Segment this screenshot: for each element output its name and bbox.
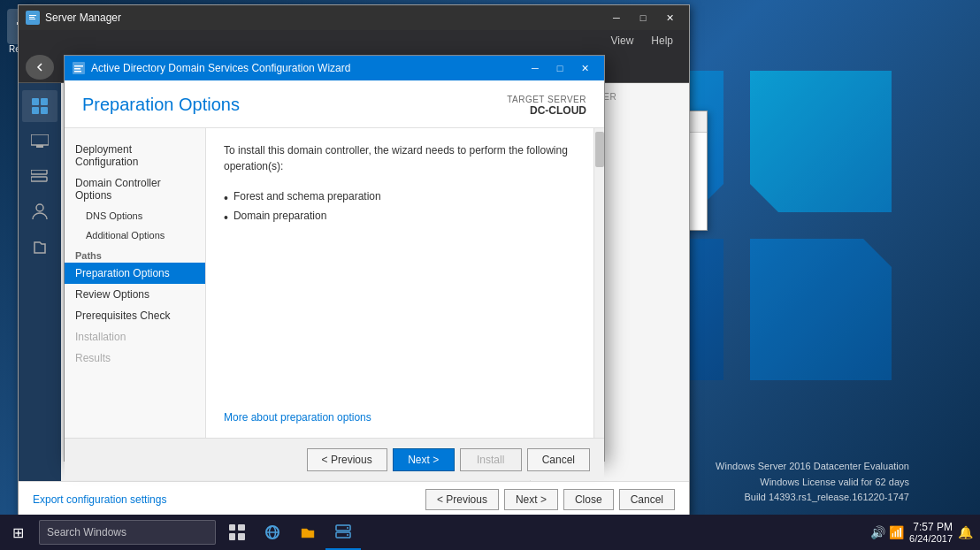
svg-point-26 <box>347 527 348 529</box>
sm-cancel-btn-bottom[interactable]: Cancel <box>619 489 675 510</box>
wizard-titlebar: Active Directory Domain Services Configu… <box>65 56 604 80</box>
taskbar-notification-btn[interactable]: 🔔 <box>958 525 973 539</box>
wizard-nav-preparation[interactable]: Preparation Options <box>65 263 205 284</box>
svg-rect-17 <box>229 524 235 531</box>
taskbar-sys-icons: 🔊 📶 <box>870 525 904 539</box>
wizard-nav: Deployment Configuration Domain Controll… <box>65 128 206 438</box>
sm-sidebar-local[interactable] <box>22 126 57 157</box>
wizard-install-btn[interactable]: Install <box>460 448 522 471</box>
taskbar-network-icon: 🔊 <box>870 525 885 539</box>
wizard-title-icon <box>72 61 86 75</box>
wizard-body: Deployment Configuration Domain Controll… <box>65 128 604 438</box>
wizard-scrollbar-thumb <box>595 132 604 167</box>
sm-back-btn[interactable] <box>26 55 54 80</box>
sm-sidebar-all-servers[interactable] <box>22 161 57 193</box>
wizard-nav-dns[interactable]: DNS Options <box>65 206 205 225</box>
wizard-target-info: TARGET SERVER DC-CLOUD <box>507 95 586 117</box>
svg-rect-11 <box>31 177 47 181</box>
win-info-line3: Build 14393.rs1_release.161220-1747 <box>744 492 909 502</box>
sm-sidebar-dashboard[interactable] <box>22 90 57 122</box>
wizard-maximize-btn[interactable]: □ <box>547 59 572 77</box>
taskbar-search[interactable]: Search Windows <box>39 520 216 545</box>
wizard-nav-dc-options[interactable]: Domain Controller Options <box>65 172 205 206</box>
sm-menu-view[interactable]: View <box>602 30 643 51</box>
sm-menu-help[interactable]: Help <box>642 30 682 51</box>
svg-rect-8 <box>31 134 49 145</box>
wizard-title-text: Active Directory Domain Services Configu… <box>91 62 523 74</box>
taskbar-app-server[interactable] <box>325 515 361 550</box>
wizard-next-btn[interactable]: Next > <box>393 448 455 471</box>
wizard-close-btn[interactable]: ✕ <box>572 59 597 77</box>
taskbar-date: 6/24/2017 <box>909 533 953 544</box>
wizard-nav-results: Results <box>65 348 205 369</box>
taskbar: ⊞ Search Windows 🔊 📶 7:57 PM <box>0 515 980 550</box>
wizard-header: Preparation Options TARGET SERVER DC-CLO… <box>65 80 604 128</box>
svg-rect-4 <box>32 98 39 105</box>
wizard-dialog: Active Directory Domain Services Configu… <box>64 55 605 462</box>
taskbar-apps <box>219 515 361 550</box>
wizard-cancel-btn[interactable]: Cancel <box>527 448 590 471</box>
sm-sidebar <box>19 83 61 516</box>
taskbar-search-text: Search Windows <box>47 526 126 539</box>
wizard-window-controls: ─ □ ✕ <box>523 59 597 77</box>
wizard-minimize-btn[interactable]: ─ <box>523 59 547 77</box>
sm-minimize-btn[interactable]: ─ <box>604 9 629 27</box>
win-info-line1: Windows Server 2016 Datacenter Evaluatio… <box>716 461 909 471</box>
sm-next-btn[interactable]: Next > <box>504 489 558 510</box>
svg-rect-16 <box>74 71 81 73</box>
svg-rect-2 <box>29 17 34 18</box>
wizard-more-link[interactable]: More about preparation options <box>224 411 371 424</box>
server-manager-title: Server Manager <box>45 11 604 24</box>
desktop: 🗑 Recyc... □ ✕ NATION SERVER DC-CLOUD gr… <box>0 0 980 550</box>
wizard-nav-prereq[interactable]: Prerequisites Check <box>65 305 205 326</box>
taskbar-time: 7:57 PM <box>909 521 953 533</box>
wizard-scrollbar[interactable] <box>593 128 604 438</box>
svg-rect-6 <box>32 107 39 114</box>
wizard-bullet-1: Forest and schema preparation <box>224 188 576 208</box>
wizard-footer: < Previous Next > Install Cancel <box>65 438 604 480</box>
taskbar-system-tray: 🔊 📶 7:57 PM 6/24/2017 🔔 <box>863 521 980 544</box>
svg-rect-20 <box>238 533 245 540</box>
win-info-line2: Windows License valid for 62 days <box>760 477 909 487</box>
sm-maximize-btn[interactable]: □ <box>631 9 655 27</box>
windows-info: Windows Server 2016 Datacenter Evaluatio… <box>716 459 909 506</box>
sm-sidebar-files[interactable] <box>22 232 57 264</box>
wizard-target-server: DC-CLOUD <box>507 104 586 117</box>
sm-close-btn-bottom[interactable]: Close <box>563 489 614 510</box>
wizard-nav-additional[interactable]: Additional Options <box>65 225 205 245</box>
wizard-nav-review[interactable]: Review Options <box>65 284 205 305</box>
taskbar-app-explorer[interactable] <box>290 515 325 550</box>
wizard-previous-btn[interactable]: < Previous <box>307 448 387 471</box>
sm-previous-btn[interactable]: < Previous <box>425 489 499 510</box>
wizard-bullet-list: Forest and schema preparation Domain pre… <box>224 188 576 227</box>
svg-point-27 <box>347 534 348 536</box>
taskbar-clock[interactable]: 7:57 PM 6/24/2017 <box>909 521 953 544</box>
wizard-nav-paths-section: Paths <box>65 245 205 263</box>
server-manager-titlebar: Server Manager ─ □ ✕ <box>19 5 689 30</box>
sm-close-btn[interactable]: ✕ <box>657 9 682 27</box>
wizard-content: To install this domain controller, the w… <box>206 128 593 438</box>
wizard-description: To install this domain controller, the w… <box>224 142 576 174</box>
taskbar-volume-icon: 📶 <box>889 525 904 539</box>
svg-rect-14 <box>74 65 83 67</box>
sm-bottom-bar: Export configuration settings < Previous… <box>19 481 689 516</box>
sm-sidebar-adds[interactable] <box>22 196 57 228</box>
sm-export-link[interactable]: Export configuration settings <box>33 493 166 506</box>
win-logo-bottom-right <box>750 239 892 380</box>
svg-rect-7 <box>41 107 48 114</box>
server-manager-icon <box>26 11 40 25</box>
wizard-nav-installation: Installation <box>65 326 205 348</box>
server-manager-window-controls: ─ □ ✕ <box>604 9 682 27</box>
server-manager-menubar: View Help <box>19 30 689 51</box>
taskbar-app-task-view[interactable] <box>219 515 255 550</box>
svg-rect-10 <box>31 170 47 174</box>
svg-rect-18 <box>238 524 245 531</box>
svg-point-12 <box>36 204 43 211</box>
wizard-nav-deployment[interactable]: Deployment Configuration <box>65 139 205 172</box>
svg-rect-3 <box>29 19 35 19</box>
taskbar-app-ie[interactable] <box>255 515 290 550</box>
svg-rect-5 <box>41 98 48 105</box>
wizard-target-label: TARGET SERVER <box>507 95 586 104</box>
taskbar-start-btn[interactable]: ⊞ <box>0 515 35 550</box>
wizard-page-title: Preparation Options <box>82 95 240 115</box>
